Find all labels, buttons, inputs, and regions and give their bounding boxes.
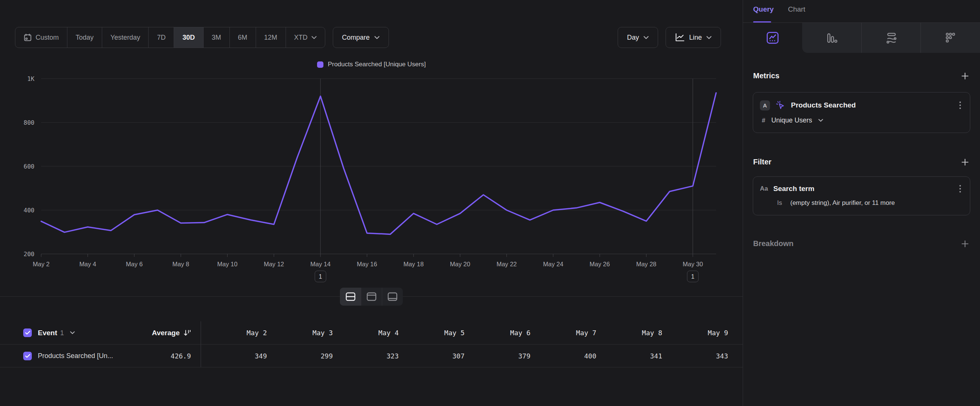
tab-query[interactable]: Query bbox=[753, 5, 774, 22]
filter-operator: Is bbox=[777, 199, 782, 207]
x-axis-tick-label: May 24 bbox=[543, 261, 563, 267]
x-axis-tick-label: May 26 bbox=[590, 261, 610, 267]
x-axis-tick-label: May 22 bbox=[496, 261, 517, 267]
chart-type-label: Line bbox=[689, 34, 702, 41]
filter-heading: Filter bbox=[753, 158, 772, 166]
y-axis-tick-label: 1K bbox=[27, 75, 35, 83]
series-checkbox[interactable] bbox=[23, 352, 32, 360]
date-column-header[interactable]: May 4 bbox=[333, 329, 399, 337]
line-chart-icon bbox=[675, 33, 685, 42]
range-button-6m[interactable]: 6M bbox=[229, 27, 256, 48]
add-breakdown-button[interactable] bbox=[961, 240, 969, 248]
calendar-icon bbox=[24, 33, 32, 41]
metric-menu-button[interactable] bbox=[959, 101, 962, 110]
compare-label: Compare bbox=[342, 34, 370, 41]
range-button-7d[interactable]: 7D bbox=[148, 27, 174, 48]
string-property-icon: Aa bbox=[760, 185, 768, 193]
y-axis-tick-label: 600 bbox=[24, 163, 35, 170]
check-icon bbox=[25, 354, 30, 358]
compare-button[interactable]: Compare bbox=[333, 27, 389, 48]
value-cell: 341 bbox=[596, 352, 662, 360]
viz-tab-retention[interactable] bbox=[921, 23, 980, 53]
metric-card[interactable]: A Products Searched # Unique Users bbox=[753, 92, 970, 133]
viz-tab-funnels[interactable] bbox=[802, 23, 861, 53]
x-axis-tick-label: May 30 bbox=[683, 261, 703, 267]
range-label: 30D bbox=[182, 34, 195, 41]
chart-footer bbox=[0, 288, 743, 306]
y-axis-tick-label: 200 bbox=[24, 251, 35, 258]
viz-tabs-inactive-group bbox=[802, 23, 980, 53]
viz-tab-insights[interactable] bbox=[743, 23, 802, 53]
range-button-today[interactable]: Today bbox=[67, 27, 102, 48]
date-column-header[interactable]: May 6 bbox=[465, 329, 530, 337]
range-label: 6M bbox=[238, 34, 247, 41]
series-line[interactable] bbox=[41, 93, 716, 234]
line-chart[interactable]: 1K800600400200May 2May 4May 6May 8May 10… bbox=[0, 70, 743, 284]
granularity-button[interactable]: Day bbox=[618, 27, 658, 48]
date-column-header[interactable]: May 3 bbox=[267, 329, 333, 337]
metric-name: Products Searched bbox=[791, 101, 953, 109]
chart-view-icon bbox=[387, 292, 398, 301]
chevron-down-icon bbox=[312, 36, 317, 39]
date-range-control: CustomTodayYesterday7D30D3M6M12MXTD bbox=[15, 27, 325, 48]
range-label: 3M bbox=[212, 34, 221, 41]
filter-menu-button[interactable] bbox=[959, 184, 962, 193]
range-label: Yesterday bbox=[110, 34, 140, 41]
filter-card[interactable]: Aa Search term Is (empty string), Air pu… bbox=[753, 177, 970, 215]
viz-tab-flows[interactable] bbox=[861, 23, 921, 53]
range-button-30d[interactable]: 30D bbox=[174, 27, 203, 48]
average-header-label: Average bbox=[152, 329, 180, 337]
view-toggle-group bbox=[340, 288, 403, 306]
x-axis-tick-label: May 28 bbox=[636, 261, 656, 267]
metrics-section-header: Metrics bbox=[743, 72, 980, 80]
range-button-custom[interactable]: Custom bbox=[15, 27, 67, 48]
x-axis-tick-label: May 20 bbox=[450, 261, 470, 267]
annotation-badge-label: 1 bbox=[319, 274, 322, 280]
chevron-down-icon bbox=[70, 331, 75, 334]
series-name-cell[interactable]: Products Searched [Un... bbox=[23, 352, 117, 360]
insights-icon bbox=[766, 31, 780, 45]
table-header-row: Event1 Average May 2May 3May 4May 5May 6… bbox=[0, 322, 743, 345]
range-button-12m[interactable]: 12M bbox=[256, 27, 286, 48]
date-column-header[interactable]: May 5 bbox=[399, 329, 465, 337]
x-axis-tick-label: May 8 bbox=[173, 261, 189, 267]
range-button-3m[interactable]: 3M bbox=[203, 27, 229, 48]
table-view-icon bbox=[366, 292, 377, 301]
x-axis-tick-label: May 4 bbox=[80, 261, 96, 267]
breakdown-heading: Breakdown bbox=[753, 239, 794, 248]
value-cell: 379 bbox=[465, 352, 530, 360]
date-column-header[interactable]: May 9 bbox=[662, 329, 728, 337]
date-column-header[interactable]: May 7 bbox=[530, 329, 596, 337]
tab-chart[interactable]: Chart bbox=[788, 5, 805, 22]
range-button-xtd[interactable]: XTD bbox=[286, 27, 325, 48]
date-column-header[interactable]: May 2 bbox=[201, 329, 267, 337]
sort-icon bbox=[183, 329, 191, 337]
average-header-cell[interactable]: Average bbox=[117, 322, 201, 344]
select-all-checkbox[interactable] bbox=[23, 328, 32, 337]
x-axis-tick-label: May 2 bbox=[33, 261, 50, 267]
date-column-header[interactable]: May 8 bbox=[596, 329, 662, 337]
active-tab-underline bbox=[753, 21, 771, 22]
split-view-toggle[interactable] bbox=[340, 288, 361, 306]
flows-icon bbox=[885, 31, 898, 45]
chevron-down-icon bbox=[374, 36, 380, 39]
range-label: Custom bbox=[35, 34, 59, 41]
add-metric-button[interactable] bbox=[961, 72, 969, 80]
filter-condition-row[interactable]: Is (empty string), Air purifier, or 11 m… bbox=[760, 199, 962, 207]
metric-letter-badge: A bbox=[760, 100, 770, 110]
x-axis-tick-label: May 12 bbox=[264, 261, 284, 267]
event-header-cell[interactable]: Event1 bbox=[23, 328, 117, 337]
range-label: Today bbox=[76, 34, 94, 41]
chart-type-button[interactable]: Line bbox=[665, 27, 721, 48]
series-name: Products Searched [Un... bbox=[38, 352, 113, 360]
chart-view-toggle[interactable] bbox=[382, 288, 403, 306]
filter-value: (empty string), Air purifier, or 11 more bbox=[790, 199, 895, 207]
range-label: XTD bbox=[294, 34, 308, 41]
check-icon bbox=[25, 331, 30, 335]
table-view-toggle[interactable] bbox=[361, 288, 382, 306]
granularity-label: Day bbox=[627, 34, 639, 41]
range-button-yesterday[interactable]: Yesterday bbox=[102, 27, 148, 48]
aggregation-label: Unique Users bbox=[771, 116, 812, 124]
metric-aggregation-row[interactable]: # Unique Users bbox=[760, 116, 962, 124]
add-filter-button[interactable] bbox=[961, 158, 969, 166]
